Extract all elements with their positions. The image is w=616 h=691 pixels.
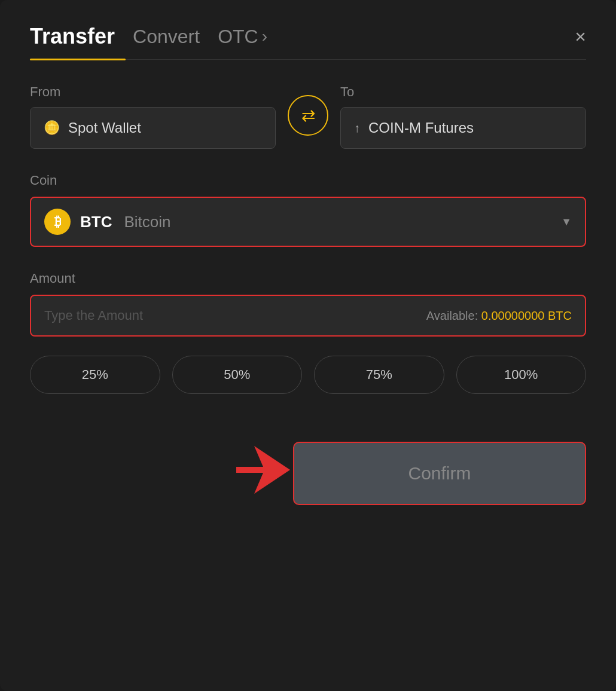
coin-code: BTC bbox=[80, 213, 112, 231]
available-text: Available: 0.00000000 BTC bbox=[426, 309, 572, 323]
from-label: From bbox=[30, 84, 276, 100]
from-wallet-selector[interactable]: 🪙 Spot Wallet bbox=[30, 107, 276, 149]
confirm-button[interactable]: Confirm bbox=[293, 442, 586, 505]
percentage-row: 25% 50% 75% 100% bbox=[30, 356, 586, 394]
tab-underline-row bbox=[30, 59, 586, 60]
wallet-icon: 🪙 bbox=[44, 120, 60, 136]
pct-50-button[interactable]: 50% bbox=[172, 356, 303, 394]
swap-icon: ⇄ bbox=[301, 106, 315, 126]
from-group: From 🪙 Spot Wallet bbox=[30, 84, 276, 149]
red-arrow-indicator bbox=[233, 443, 293, 499]
to-wallet-label: COIN-M Futures bbox=[368, 120, 474, 136]
tab-transfer[interactable]: Transfer bbox=[30, 24, 115, 59]
pct-100-button[interactable]: 100% bbox=[456, 356, 587, 394]
coin-dropdown[interactable]: ₿ BTC Bitcoin ▼ bbox=[30, 197, 586, 247]
svg-marker-0 bbox=[236, 446, 290, 494]
tab-otc[interactable]: OTC › bbox=[218, 26, 267, 57]
amount-placeholder[interactable]: Type the Amount bbox=[44, 308, 143, 323]
to-group: To ↑ COIN-M Futures bbox=[340, 84, 586, 149]
close-button[interactable]: × bbox=[575, 27, 586, 56]
pct-25-button[interactable]: 25% bbox=[30, 356, 160, 394]
pct-75-button[interactable]: 75% bbox=[314, 356, 444, 394]
amount-box: Type the Amount Available: 0.00000000 BT… bbox=[30, 295, 586, 337]
dropdown-arrow-icon: ▼ bbox=[561, 216, 572, 228]
to-wallet-selector[interactable]: ↑ COIN-M Futures bbox=[340, 107, 586, 149]
coin-full-name: Bitcoin bbox=[124, 213, 170, 231]
from-wallet-label: Spot Wallet bbox=[68, 120, 141, 136]
active-tab-underline bbox=[30, 59, 126, 60]
available-value: 0.00000000 BTC bbox=[481, 309, 572, 322]
coin-label: Coin bbox=[30, 173, 586, 188]
otc-chevron-icon: › bbox=[262, 27, 267, 46]
from-to-row: From 🪙 Spot Wallet ⇄ To ↑ COIN-M Futures bbox=[30, 84, 586, 149]
amount-label: Amount bbox=[30, 271, 586, 286]
btc-icon: ₿ bbox=[44, 209, 71, 235]
tab-convert[interactable]: Convert bbox=[133, 26, 200, 57]
swap-button[interactable]: ⇄ bbox=[288, 95, 328, 136]
futures-icon: ↑ bbox=[354, 121, 360, 135]
tab-underline-rest bbox=[126, 59, 586, 60]
to-label: To bbox=[340, 84, 586, 100]
tab-row: Transfer Convert OTC › × bbox=[30, 24, 586, 59]
confirm-area: Confirm bbox=[30, 442, 586, 505]
transfer-modal: Transfer Convert OTC › × From 🪙 Spot Wal… bbox=[0, 0, 616, 691]
